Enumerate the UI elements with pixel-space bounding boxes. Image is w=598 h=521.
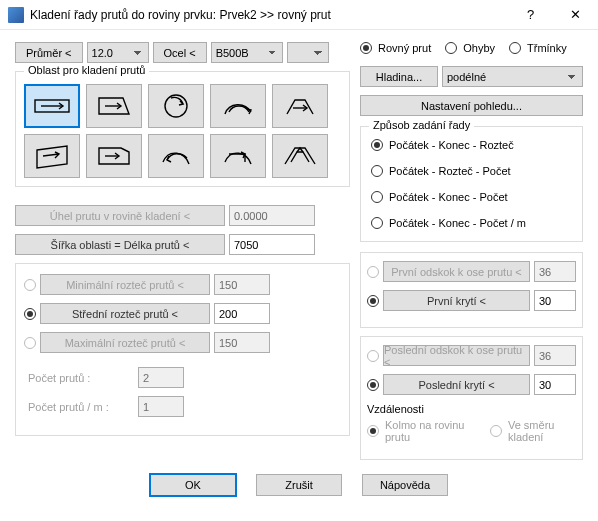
method-4-radio[interactable]: Počátek - Konec - Počet / m [371,217,572,229]
method-3-radio[interactable]: Počátek - Konec - Počet [371,191,572,203]
titlebar: Kladení řady prutů do roviny prvku: Prve… [0,0,598,30]
angle-input [229,205,315,226]
window-title: Kladení řady prutů do roviny prvku: Prve… [30,8,508,22]
first-offset-label: První odskok k ose prutu < [383,261,530,282]
countm-input [138,396,184,417]
close-icon[interactable]: ✕ [553,0,598,30]
first-offset-radio [367,266,379,278]
shape-group-title: Oblast pro kladení prutů [24,64,149,76]
width-input[interactable] [229,234,315,255]
ok-button[interactable]: OK [150,474,236,496]
mid-spacing-radio[interactable] [24,308,36,320]
shape-group: Oblast pro kladení prutů [15,71,350,187]
dist-perp-radio: Kolmo na rovinu prutu [367,419,472,443]
dist-along-radio: Ve směru kladení [490,419,576,443]
type-stirrups-radio[interactable]: Třmínky [509,42,567,54]
last-cover-label[interactable]: Poslední krytí < [383,374,530,395]
steel-button[interactable]: Ocel < [153,42,207,63]
min-spacing-label: Minimální rozteč prutů < [40,274,210,295]
layer-select[interactable]: podélné [442,66,583,87]
count-input [138,367,184,388]
shape-3[interactable] [148,84,204,128]
svg-point-3 [165,95,187,117]
count-label: Počet prutů : [24,372,134,384]
last-offset-label: Poslední odskok k ose prutu < [383,345,530,366]
last-cover-input[interactable] [534,374,576,395]
spacing-group: Minimální rozteč prutů < Střední rozteč … [15,263,350,436]
shape-2[interactable] [86,84,142,128]
method-title: Způsob zadání řady [369,119,474,131]
steel-select[interactable]: B500B [211,42,283,63]
view-settings-button[interactable]: Nastavení pohledu... [360,95,583,116]
max-spacing-label: Maximální rozteč prutů < [40,332,210,353]
shape-7[interactable] [86,134,142,178]
method-group: Způsob zadání řady Počátek - Konec - Roz… [360,126,583,242]
help-button[interactable]: Nápověda [362,474,448,496]
max-spacing-radio [24,337,36,349]
shape-5[interactable] [272,84,328,128]
mid-spacing-input[interactable] [214,303,270,324]
shape-10[interactable] [272,134,328,178]
shape-8[interactable] [148,134,204,178]
type-bends-radio[interactable]: Ohyby [445,42,495,54]
first-offset-input [534,261,576,282]
shape-1[interactable] [24,84,80,128]
cancel-button[interactable]: Zrušit [256,474,342,496]
last-offset-radio [367,350,379,362]
max-spacing-input [214,332,270,353]
last-offset-input [534,345,576,366]
min-spacing-radio [24,279,36,291]
distances-title: Vzdálenosti [367,403,576,415]
layer-button[interactable]: Hladina... [360,66,438,87]
countm-label: Počet prutů / m : [24,401,134,413]
shape-9[interactable] [210,134,266,178]
extra-select[interactable] [287,42,329,63]
mid-spacing-label[interactable]: Střední rozteč prutů < [40,303,210,324]
shape-6[interactable] [24,134,80,178]
first-cover-label[interactable]: První krytí < [383,290,530,311]
angle-label: Úhel prutu v rovině kladení < [15,205,225,226]
diameter-select[interactable]: 12.0 [87,42,149,63]
last-cover-radio[interactable] [367,379,379,391]
min-spacing-input [214,274,270,295]
type-straight-radio[interactable]: Rovný prut [360,42,431,54]
shape-4[interactable] [210,84,266,128]
method-1-radio[interactable]: Počátek - Konec - Rozteč [371,139,572,151]
first-cover-radio[interactable] [367,295,379,307]
first-cover-input[interactable] [534,290,576,311]
width-label[interactable]: Šířka oblasti = Délka prutů < [15,234,225,255]
method-2-radio[interactable]: Počátek - Rozteč - Počet [371,165,572,177]
diameter-button[interactable]: Průměr < [15,42,83,63]
first-offset-group: První odskok k ose prutu < První krytí < [360,252,583,328]
app-icon [8,7,24,23]
help-icon[interactable]: ? [508,0,553,30]
last-offset-group: Poslední odskok k ose prutu < Poslední k… [360,336,583,460]
